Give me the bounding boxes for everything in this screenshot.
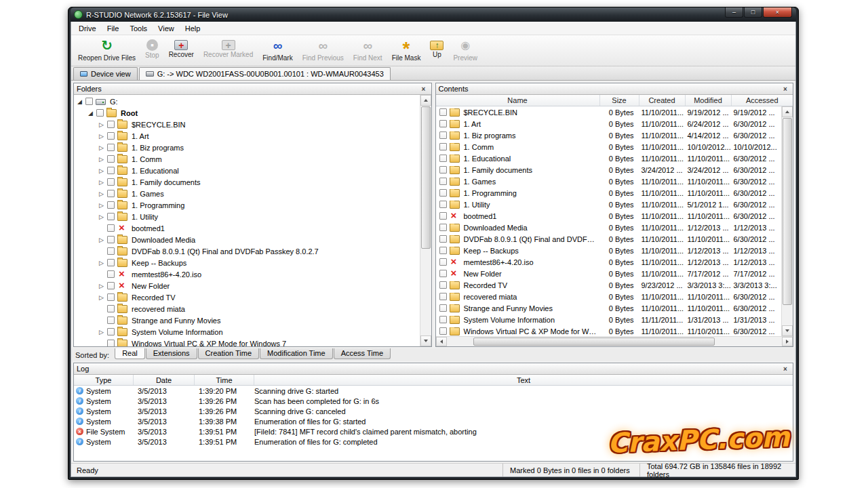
tab-drive-g[interactable]: G: -> WDC WD2001FASS-00U0B001.00101 : WD… bbox=[139, 67, 391, 80]
minimize-button[interactable]: – bbox=[725, 7, 743, 18]
tree-item[interactable]: ◢ Root bbox=[74, 107, 420, 119]
checkbox[interactable] bbox=[439, 143, 447, 150]
contents-row[interactable]: bootmed1 0 Bytes 11/10/2011... 11/10/201… bbox=[436, 210, 782, 222]
checkbox[interactable] bbox=[439, 166, 447, 174]
expander-icon[interactable]: ▷ bbox=[97, 294, 106, 301]
checkbox[interactable] bbox=[439, 293, 447, 300]
column-header-modified[interactable]: Modified bbox=[686, 95, 732, 106]
expander-icon[interactable]: ▷ bbox=[97, 156, 106, 163]
log-close-icon[interactable]: × bbox=[781, 365, 790, 373]
scroll-right-icon[interactable] bbox=[782, 337, 793, 346]
tree-item[interactable]: Strange and Funny Movies bbox=[74, 314, 420, 326]
menu-help[interactable]: Help bbox=[180, 22, 206, 35]
expander-icon[interactable]: ▷ bbox=[97, 144, 106, 151]
maximize-button[interactable]: □ bbox=[744, 7, 762, 18]
log-column-time[interactable]: Time bbox=[195, 375, 254, 385]
expander-icon[interactable]: ▷ bbox=[97, 133, 106, 140]
menu-file[interactable]: File bbox=[102, 22, 125, 35]
find-mark-button[interactable]: ∞ Find/Mark bbox=[258, 36, 297, 65]
log-row[interactable]: System 3/5/2013 1:39:20 PM Scanning driv… bbox=[74, 386, 793, 396]
checkbox[interactable] bbox=[439, 327, 447, 335]
expander-icon[interactable]: ▷ bbox=[97, 190, 106, 197]
contents-row[interactable]: 1. Family documents 0 Bytes 3/24/2012 ..… bbox=[436, 164, 782, 176]
title-bar[interactable]: R-STUDIO Network 6.2.153617 - File View … bbox=[71, 7, 796, 22]
log-row[interactable]: System 3/5/2013 1:39:26 PM Scanning driv… bbox=[74, 406, 793, 416]
sort-tab-creation-time[interactable]: Creation Time bbox=[198, 348, 259, 359]
sort-tab-modification-time[interactable]: Modification Time bbox=[260, 348, 333, 359]
checkbox[interactable] bbox=[439, 304, 447, 312]
scroll-up-icon[interactable] bbox=[420, 95, 431, 106]
tree-item[interactable]: ▷ 1. Family documents bbox=[74, 176, 420, 188]
tree-item[interactable]: ▷ 1. Biz programs bbox=[74, 142, 420, 153]
find-previous-button[interactable]: ∞ Find Previous bbox=[298, 36, 349, 65]
checkbox[interactable] bbox=[439, 258, 447, 266]
log-row[interactable]: System 3/5/2013 1:39:51 PM Enumeration o… bbox=[74, 436, 793, 447]
checkbox[interactable] bbox=[439, 120, 447, 127]
contents-row[interactable]: New Folder 0 Bytes 11/10/2011... 7/17/20… bbox=[436, 268, 782, 279]
tree-item[interactable]: ▷ 1. Art bbox=[74, 130, 420, 142]
checkbox[interactable] bbox=[107, 293, 115, 301]
scroll-down-icon[interactable] bbox=[782, 325, 793, 336]
log-row[interactable]: File System 3/5/2013 1:39:51 PM [FileId:… bbox=[74, 426, 793, 436]
checkbox[interactable] bbox=[107, 270, 115, 278]
checkbox[interactable] bbox=[439, 155, 447, 162]
checkbox[interactable] bbox=[85, 98, 93, 105]
checkbox[interactable] bbox=[107, 213, 115, 220]
contents-row[interactable]: 1. Art 0 Bytes 11/10/2011... 6/24/2012 .… bbox=[436, 118, 782, 129]
tree-item[interactable]: ▷ 1. Programming bbox=[74, 199, 420, 211]
close-button[interactable]: × bbox=[763, 7, 792, 18]
expander-icon[interactable]: ▷ bbox=[97, 167, 106, 174]
expander-icon[interactable]: ▷ bbox=[97, 237, 106, 243]
stop-button[interactable]: ■ Stop bbox=[140, 36, 164, 65]
tree-item[interactable]: DVDFab 8.0.9.1 (Qt) Final and DVDFab Pas… bbox=[74, 245, 420, 257]
scroll-thumb[interactable] bbox=[421, 106, 431, 249]
tree-item[interactable]: ▷ Recorded TV bbox=[74, 291, 420, 303]
checkbox[interactable] bbox=[439, 201, 447, 208]
contents-row[interactable]: Downloaded Media 0 Bytes 11/10/2011... 1… bbox=[436, 222, 782, 233]
sort-tab-access-time[interactable]: Access Time bbox=[334, 348, 391, 359]
scroll-thumb[interactable] bbox=[783, 118, 792, 305]
contents-row[interactable]: recovered miata 0 Bytes 11/10/2011... 11… bbox=[436, 291, 782, 302]
find-next-button[interactable]: ∞ Find Next bbox=[349, 36, 387, 65]
recover-button[interactable]: + Recover bbox=[164, 36, 199, 65]
checkbox[interactable] bbox=[107, 178, 115, 186]
recover-marked-button[interactable]: + Recover Marked bbox=[199, 36, 258, 65]
contents-horizontal-scrollbar[interactable] bbox=[436, 336, 793, 346]
menu-drive[interactable]: Drive bbox=[73, 22, 102, 35]
tree-item[interactable]: ▷ 1. Games bbox=[74, 188, 420, 199]
checkbox[interactable] bbox=[107, 282, 115, 289]
expander-icon[interactable]: ▷ bbox=[97, 214, 106, 220]
contents-row[interactable]: Strange and Funny Movies 0 Bytes 11/10/2… bbox=[436, 302, 782, 314]
checkbox[interactable] bbox=[439, 189, 447, 197]
expander-icon[interactable]: ◢ bbox=[75, 98, 84, 105]
tab-device-view[interactable]: Device view bbox=[73, 67, 138, 80]
checkbox[interactable] bbox=[107, 132, 115, 140]
contents-row[interactable]: 1. Biz programs 0 Bytes 11/10/2011... 4/… bbox=[436, 129, 782, 141]
folders-vertical-scrollbar[interactable] bbox=[420, 95, 431, 346]
checkbox[interactable] bbox=[107, 259, 115, 266]
tree-item[interactable]: ▷ Keep -- Backups bbox=[74, 257, 420, 268]
checkbox[interactable] bbox=[107, 236, 115, 243]
reopen-drive-files-button[interactable]: ↻ Reopen Drive Files bbox=[73, 36, 140, 65]
contents-row[interactable]: Recorded TV 0 Bytes 9/23/2012 ... 3/3/20… bbox=[436, 279, 782, 291]
checkbox[interactable] bbox=[107, 144, 115, 151]
tree-item[interactable]: Windows Virtual PC & XP Mode for Windows… bbox=[74, 338, 420, 346]
checkbox[interactable] bbox=[439, 212, 447, 220]
contents-row[interactable]: $RECYCLE.BIN 0 Bytes 11/10/2011... 9/19/… bbox=[436, 106, 782, 118]
up-button[interactable]: ↑ Up bbox=[425, 36, 448, 65]
expander-icon[interactable]: ▷ bbox=[97, 202, 106, 209]
preview-button[interactable]: ◉ Preview bbox=[448, 36, 482, 65]
folders-close-icon[interactable]: × bbox=[419, 85, 429, 93]
scroll-down-icon[interactable] bbox=[420, 336, 431, 346]
scroll-track[interactable] bbox=[420, 106, 431, 336]
checkbox[interactable] bbox=[439, 131, 447, 139]
scroll-thumb[interactable] bbox=[473, 338, 715, 346]
checkbox[interactable] bbox=[107, 305, 115, 312]
contents-vertical-scrollbar[interactable] bbox=[781, 106, 793, 336]
checkbox[interactable] bbox=[96, 109, 104, 117]
sort-tab-extensions[interactable]: Extensions bbox=[146, 348, 197, 359]
contents-row[interactable]: 1. Programming 0 Bytes 11/10/2011... 11/… bbox=[436, 187, 782, 199]
log-column-date[interactable]: Date bbox=[134, 375, 195, 385]
checkbox[interactable] bbox=[107, 190, 115, 197]
column-header-size[interactable]: Size bbox=[600, 95, 639, 106]
